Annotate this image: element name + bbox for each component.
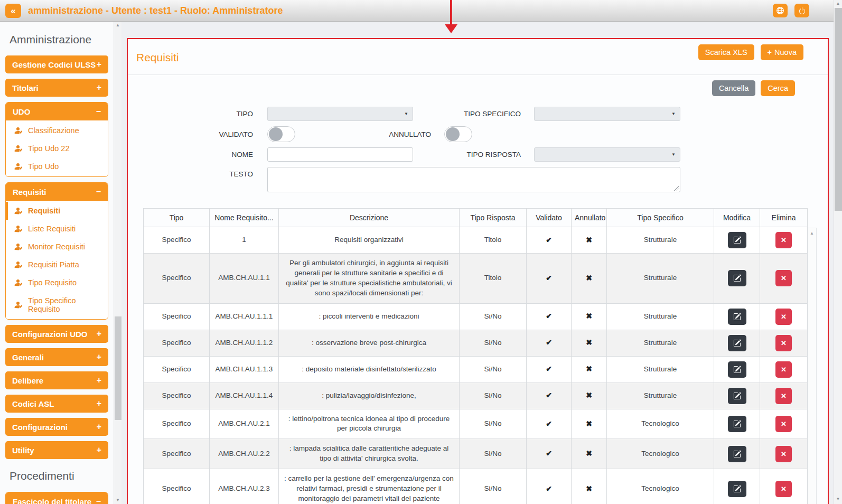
edit-row-button[interactable] <box>728 416 746 432</box>
sidebar-item-tipo-udo[interactable]: Tipo Udo <box>6 157 108 175</box>
tipo-select[interactable]: ▼ <box>267 107 413 121</box>
user-edit-icon <box>14 278 23 287</box>
collapse-icon[interactable]: − <box>96 187 101 197</box>
edit-row-button[interactable] <box>728 335 746 351</box>
user-edit-icon <box>14 301 23 309</box>
cell-descrizione: : pulizia/lavaggio/disinfezione, <box>279 382 460 409</box>
cell-elimina: ✕ <box>760 330 808 356</box>
expand-icon[interactable]: + <box>97 445 101 455</box>
expand-icon[interactable]: + <box>97 376 101 385</box>
sidebar-item-tipo-specifico-requisito[interactable]: Tipo Specifico Requisito <box>6 292 108 318</box>
edit-row-button[interactable] <box>728 309 746 325</box>
edit-row-button[interactable] <box>728 446 746 462</box>
page-scrollbar-thumb[interactable] <box>835 8 842 211</box>
sidebar-group-gestione-codici-ulss: Gestione Codici ULSS+ <box>5 55 108 73</box>
delete-row-button[interactable]: ✕ <box>775 481 792 497</box>
sidebar-item-label: Tipo Udo 22 <box>28 144 69 153</box>
delete-row-button[interactable]: ✕ <box>775 335 792 351</box>
sidebar-collapse-button[interactable]: « <box>5 4 21 18</box>
scroll-up-icon[interactable]: ▲ <box>808 230 816 237</box>
download-xls-button[interactable]: Scarica XLS <box>698 44 754 60</box>
collapse-icon[interactable]: − <box>96 497 101 504</box>
delete-row-button[interactable]: ✕ <box>775 361 792 378</box>
sidebar-group-button-generali[interactable]: Generali+ <box>5 348 108 366</box>
cell-descrizione: : deposito materiale disinfettato/steril… <box>279 356 460 382</box>
delete-row-button[interactable]: ✕ <box>775 388 792 404</box>
cell-tipo-specifico: Strutturale <box>607 356 714 382</box>
cell-tipo-risposta: Si/No <box>460 409 527 439</box>
sidebar-item-liste-requisiti[interactable]: Liste Requisiti <box>6 220 108 238</box>
expand-icon[interactable]: + <box>97 399 101 408</box>
sidebar-group-button-delibere[interactable]: Delibere+ <box>5 371 108 389</box>
language-button[interactable] <box>773 4 788 17</box>
sidebar-group-items: RequisitiListe RequisitiMonitor Requisit… <box>6 201 108 319</box>
sidebar-item-requisiti-piatta[interactable]: Requisiti Piatta <box>6 256 108 274</box>
search-button[interactable]: Cerca <box>761 80 795 96</box>
edit-row-button[interactable] <box>728 361 746 378</box>
sidebar-group-button-udo[interactable]: UDO− <box>6 102 108 120</box>
sidebar-group-button-codici-asl[interactable]: Codici ASL+ <box>5 395 108 413</box>
scroll-down-icon[interactable]: ▼ <box>114 497 121 504</box>
scroll-up-icon[interactable]: ▲ <box>834 0 842 7</box>
page-scrollbar[interactable]: ▲ ▼ <box>834 0 842 504</box>
cell-modifica <box>714 409 760 439</box>
cell-descrizione: : lampada scialitica dalle caratteritich… <box>279 439 460 469</box>
plus-icon: + <box>768 48 772 57</box>
annullato-toggle[interactable] <box>444 126 472 142</box>
tipo-specifico-select[interactable]: ▼ <box>534 107 680 121</box>
edit-row-button[interactable] <box>728 232 746 248</box>
sidebar-group-button-gestione-codici-ulss[interactable]: Gestione Codici ULSS+ <box>5 55 108 73</box>
tipo-risposta-label: TIPO RISPOSTA <box>413 151 534 158</box>
testo-textarea[interactable] <box>267 167 680 192</box>
sidebar-group-button-configurazioni[interactable]: Configurazioni+ <box>5 418 108 436</box>
expand-icon[interactable]: + <box>97 329 101 339</box>
delete-row-button[interactable]: ✕ <box>775 446 792 462</box>
sidebar-item-monitor-requisiti[interactable]: Monitor Requisiti <box>6 238 108 256</box>
sidebar-group-button-titolari[interactable]: Titolari+ <box>5 79 108 97</box>
table-row: SpecificoAMB.CH.AU.2.3: carrello per la … <box>144 469 808 504</box>
validato-toggle[interactable] <box>267 126 295 142</box>
edit-icon <box>733 420 741 428</box>
sidebar-item-classificazione[interactable]: Classificazione <box>6 122 108 139</box>
cell-tipo: Specifico <box>144 303 210 330</box>
table-row: SpecificoAMB.CH.AU.1.1.3: deposito mater… <box>144 356 808 382</box>
sidebar-group-button-configurazioni-udo[interactable]: Configurazioni UDO+ <box>5 325 108 343</box>
scroll-down-icon[interactable]: ▼ <box>834 496 842 503</box>
delete-row-button[interactable]: ✕ <box>775 270 792 286</box>
sidebar-group-button-requisiti[interactable]: Requisiti− <box>6 183 108 201</box>
resize-grip-icon[interactable] <box>674 186 679 191</box>
table-row: SpecificoAMB.CH.AU.1.1.4: pulizia/lavagg… <box>144 382 808 409</box>
edit-icon <box>733 450 741 458</box>
expand-icon[interactable]: + <box>97 60 101 69</box>
sidebar-scrollbar[interactable]: ▲ ▼ <box>114 22 121 504</box>
sidebar-scrollbar-thumb[interactable] <box>115 316 121 420</box>
sidebar-item-tipo-udo-22[interactable]: Tipo Udo 22 <box>6 139 108 157</box>
sidebar-group-button-fascicolo-del-titolare[interactable]: Fascicolo del titolare− <box>6 492 108 504</box>
cancel-button[interactable]: Cancella <box>712 80 755 96</box>
table-scrollbar[interactable]: ▲ <box>808 228 817 504</box>
sidebar-item-tipo-requisito[interactable]: Tipo Requisito <box>6 274 108 292</box>
main-layout: AmministrazioneGestione Codici ULSS+Tito… <box>0 22 842 504</box>
logout-button[interactable] <box>794 4 809 17</box>
edit-icon <box>733 366 741 374</box>
edit-row-button[interactable] <box>728 481 746 497</box>
scroll-up-icon[interactable]: ▲ <box>114 22 121 29</box>
delete-row-button[interactable]: ✕ <box>775 309 792 325</box>
collapse-icon[interactable]: − <box>96 107 101 116</box>
tipo-risposta-select[interactable]: ▼ <box>534 147 680 162</box>
edit-row-button[interactable] <box>728 270 746 286</box>
nome-input[interactable] <box>267 147 413 162</box>
sidebar-group-button-utility[interactable]: Utility+ <box>5 441 108 459</box>
new-button[interactable]: +Nuova <box>761 44 803 60</box>
expand-icon[interactable]: + <box>97 83 101 92</box>
table-row: SpecificoAMB.CH.AU.2.2: lampada scialiti… <box>144 439 808 469</box>
expand-icon[interactable]: + <box>97 352 101 362</box>
delete-row-button[interactable]: ✕ <box>775 232 792 248</box>
edit-icon <box>733 339 741 347</box>
expand-icon[interactable]: + <box>97 422 101 432</box>
sidebar-group-label: UDO <box>13 107 30 116</box>
delete-row-button[interactable]: ✕ <box>775 416 792 432</box>
sidebar-item-requisiti[interactable]: Requisiti <box>6 202 108 220</box>
edit-row-button[interactable] <box>728 388 746 404</box>
cell-modifica <box>714 330 760 356</box>
